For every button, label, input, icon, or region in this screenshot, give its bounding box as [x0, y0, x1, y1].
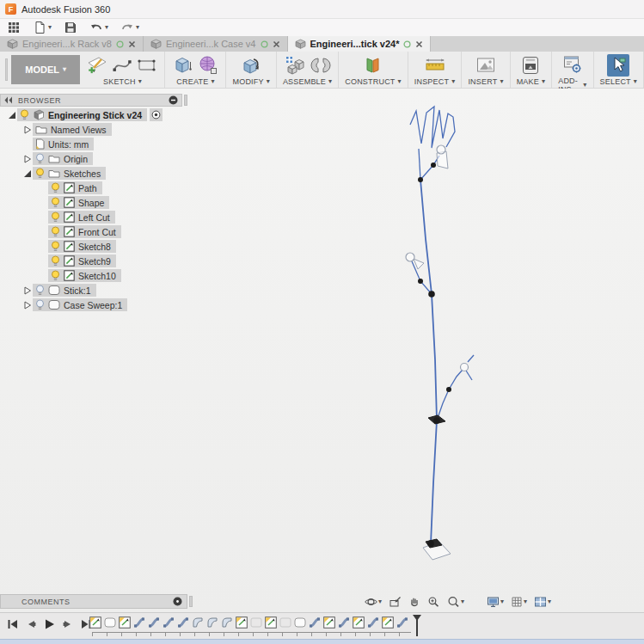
visibility-bulb-icon[interactable]: [51, 270, 60, 282]
tree-item-chip[interactable]: Case Sweep:1: [33, 298, 127, 311]
sketch-line-spine[interactable]: [420, 180, 437, 543]
solid-box-button[interactable]: [171, 54, 193, 77]
visibility-bulb-icon[interactable]: [35, 285, 45, 297]
sketch-point-3[interactable]: [418, 279, 423, 284]
tree-row-named-views[interactable]: Named Views: [0, 122, 224, 137]
browser-resize-handle[interactable]: [184, 95, 187, 106]
look-at-button[interactable]: [389, 596, 402, 608]
timeline-feature-sketch[interactable]: [353, 616, 365, 629]
sketch-line-crown[interactable]: [410, 107, 455, 148]
construction-plane-button[interactable]: [362, 54, 384, 77]
app-grid-button[interactable]: [7, 21, 21, 34]
ribbon-group-label[interactable]: INSERT▾: [468, 77, 503, 86]
tree-row-path[interactable]: Path: [0, 181, 224, 195]
visibility-bulb-icon[interactable]: [20, 109, 29, 121]
go-to-start-button[interactable]: [7, 619, 18, 629]
timeline-feature-sweep[interactable]: [177, 616, 189, 629]
ribbon-group-label[interactable]: CONSTRUCT▾: [345, 77, 402, 86]
workspace-selector[interactable]: MODEL ▾: [11, 55, 81, 84]
tree-item-chip[interactable]: Sketch10: [48, 269, 121, 282]
activate-component-radio[interactable]: [150, 108, 163, 121]
visibility-bulb-icon[interactable]: [35, 299, 45, 311]
timeline-feature-sweep[interactable]: [148, 616, 160, 629]
timeline-feature-sweep[interactable]: [338, 616, 350, 629]
zoom-button[interactable]: [427, 596, 440, 608]
pan-button[interactable]: [408, 596, 420, 608]
orbit-button[interactable]: ▾: [365, 596, 382, 608]
comments-resize-handle[interactable]: [189, 596, 193, 607]
tree-row-sketch10[interactable]: Sketch10: [0, 268, 224, 283]
collapse-panel-icon[interactable]: [4, 96, 13, 104]
tree-item-chip[interactable]: Shape: [48, 196, 109, 209]
visibility-bulb-icon[interactable]: [51, 226, 60, 238]
sketch-line-low-hand-line-1[interactable]: [468, 355, 474, 362]
tree-row-case-sweep-1[interactable]: Case Sweep:1: [0, 297, 224, 312]
tree-row-front-cut[interactable]: Front Cut: [0, 224, 224, 239]
comments-bar[interactable]: COMMENTS: [0, 594, 187, 609]
sketch-circle-2[interactable]: [406, 253, 414, 261]
sketch-circle-1[interactable]: [437, 145, 445, 154]
tree-item-chip[interactable]: Path: [48, 181, 102, 194]
visibility-bulb-icon[interactable]: [51, 182, 60, 194]
tree-row-shape[interactable]: Shape: [0, 195, 224, 210]
viewports-button[interactable]: ▾: [534, 596, 551, 608]
timeline-feature-fillet[interactable]: [221, 616, 233, 629]
tree-item-chip[interactable]: Origin: [33, 152, 93, 165]
tab-close-icon[interactable]: [415, 40, 423, 48]
sketch-point-4[interactable]: [446, 387, 451, 392]
form-sphere-button[interactable]: [197, 54, 219, 77]
visibility-bulb-icon[interactable]: [51, 241, 60, 253]
expand-arrow-icon[interactable]: [22, 301, 33, 310]
comments-options-icon[interactable]: [173, 597, 182, 606]
document-tab-1[interactable]: Engineeri...k Rack v8: [0, 36, 144, 52]
visibility-bulb-icon[interactable]: [35, 153, 45, 165]
create-sketch-button[interactable]: [86, 54, 108, 77]
expand-arrow-icon[interactable]: [22, 155, 33, 163]
timeline-feature-sketch[interactable]: [236, 616, 248, 629]
model-viewport[interactable]: BROWSER Engineering Stick v24Named Views…: [0, 89, 644, 612]
sketch-point-1[interactable]: [431, 163, 436, 168]
file-new-button[interactable]: ▾: [33, 21, 52, 34]
tree-item-chip[interactable]: Left Cut: [48, 211, 115, 224]
visibility-bulb-icon[interactable]: [51, 212, 60, 224]
sketch-joint-3[interactable]: [427, 540, 434, 547]
display-settings-button[interactable]: ▾: [487, 596, 504, 608]
zoom-window-button[interactable]: ▾: [447, 596, 464, 608]
sketch-line-neck[interactable]: [419, 149, 420, 180]
sketch-line-low-hand-line-2[interactable]: [466, 371, 472, 380]
tree-row-left-cut[interactable]: Left Cut: [0, 210, 224, 224]
step-forward-button[interactable]: [63, 619, 73, 629]
tree-item-chip[interactable]: Sketch8: [48, 240, 116, 253]
timeline-feature-sketch[interactable]: [382, 616, 394, 629]
ribbon-group-label[interactable]: MODIFY▾: [232, 77, 269, 86]
timeline-feature-sweep[interactable]: [396, 616, 408, 629]
new-component-button[interactable]: [284, 54, 306, 77]
tree-item-chip[interactable]: Units: mm: [33, 138, 94, 150]
tree-item-chip[interactable]: Stick:1: [33, 284, 96, 297]
sketch-point-2[interactable]: [418, 177, 423, 182]
select-cursor-button[interactable]: [607, 54, 629, 77]
timeline-feature-sweep[interactable]: [367, 616, 379, 629]
panel-options-icon[interactable]: [169, 95, 178, 105]
timeline-feature-ghost[interactable]: [279, 616, 291, 629]
timeline-feature-sketch[interactable]: [265, 616, 277, 629]
sketch-joint-1[interactable]: [428, 291, 435, 297]
ribbon-drag-handle[interactable]: [5, 58, 8, 81]
timeline-feature-sketch[interactable]: [119, 616, 131, 629]
visibility-bulb-icon[interactable]: [35, 168, 45, 180]
ribbon-group-label[interactable]: ASSEMBLE▾: [283, 77, 332, 86]
document-tab-2[interactable]: Engineeri...k Case v4: [144, 36, 288, 52]
visibility-bulb-icon[interactable]: [51, 255, 60, 267]
timeline-feature-ghost[interactable]: [250, 616, 262, 629]
timeline-feature-sketch[interactable]: [323, 616, 335, 629]
timeline-feature-fillet[interactable]: [192, 616, 204, 629]
grid-settings-button[interactable]: ▾: [511, 596, 527, 608]
ribbon-group-label[interactable]: MAKE▾: [517, 77, 546, 86]
ribbon-group-label[interactable]: SELECT▾: [600, 77, 637, 86]
tree-item-chip[interactable]: Sketches: [33, 167, 106, 180]
play-button[interactable]: [44, 619, 55, 629]
tree-row-origin[interactable]: Origin: [0, 151, 224, 166]
save-button[interactable]: [64, 21, 77, 34]
tree-item-chip[interactable]: Named Views: [33, 123, 112, 136]
tree-row-sketches[interactable]: Sketches: [0, 166, 224, 181]
